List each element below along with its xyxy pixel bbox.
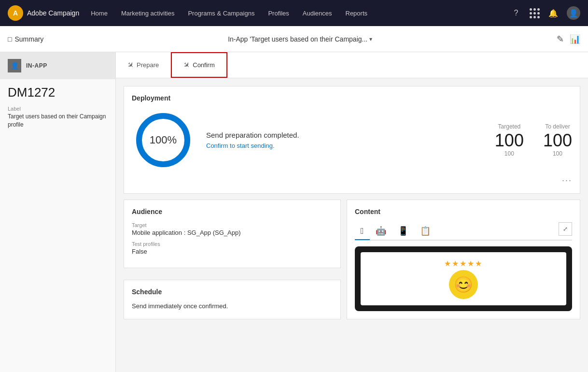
to-deliver-stat: To deliver 100 100 (543, 123, 572, 157)
content-card: Content  🤖 📱 📋 ⤢ ★★★★★ 😊 (347, 200, 580, 319)
deployment-title: Deployment (132, 94, 572, 102)
targeted-label: Targeted (495, 123, 524, 130)
schedule-card: Schedule Send immediately once confirmed… (124, 280, 341, 319)
left-panel: 👤 IN-APP DM1272 Label Target users based… (0, 52, 116, 372)
square-icon: □ (8, 35, 12, 43)
tab-tablet[interactable]: 📋 (414, 223, 436, 240)
edit-icon[interactable]: ✎ (557, 34, 564, 44)
dm-id: DM1272 (0, 79, 115, 102)
schedule-value: Send immediately once confirmed. (132, 302, 333, 310)
prepare-button[interactable]: ✈ Prepare (116, 52, 171, 78)
audience-title: Audience (132, 208, 333, 215)
title-chevron[interactable]: ▾ (369, 36, 372, 43)
adobe-logo: A (8, 5, 23, 21)
content-area: Deployment 100% Send preparation complet… (116, 78, 588, 372)
bell-icon[interactable]: 🔔 (547, 7, 559, 19)
tab-phone[interactable]: 📱 (392, 223, 414, 240)
nav-right: ? 🔔 👤 (510, 6, 580, 20)
prepare-label: Prepare (137, 61, 159, 69)
to-deliver-label: To deliver (543, 123, 572, 130)
target-label: Target (132, 222, 333, 228)
device-preview: ★★★★★ 😊 (355, 246, 572, 311)
nav-profiles[interactable]: Profiles (268, 10, 289, 17)
tab-apple[interactable]:  (355, 223, 370, 240)
device-screen: ★★★★★ 😊 (361, 252, 566, 305)
more-options-button[interactable]: ··· (132, 172, 572, 186)
content-tabs:  🤖 📱 📋 ⤢ (355, 222, 572, 241)
expand-button[interactable]: ⤢ (559, 222, 572, 236)
nav-reports[interactable]: Reports (346, 10, 368, 17)
deployment-text: Send preparation completed. Confirm to s… (206, 131, 483, 149)
deployment-stats: Targeted 100 100 To deliver 100 100 (495, 123, 572, 157)
two-col-section: Audience Target Mobile application : SG_… (124, 200, 580, 325)
target-value: Mobile application : SG_App (SG_App) (132, 229, 333, 236)
tab-android[interactable]: 🤖 (370, 223, 392, 240)
target-field: Target Mobile application : SG_App (SG_A… (132, 222, 333, 236)
donut-percent: 100% (150, 134, 177, 146)
prepared-message: Send preparation completed. (206, 131, 483, 139)
type-icon: 👤 (8, 59, 21, 72)
nav-marketing[interactable]: Marketing activities (121, 10, 175, 17)
confirm-start-link[interactable]: Confirm to start sending. (206, 142, 483, 149)
sub-header: □ Summary In-App 'Target users based on … (0, 26, 588, 52)
summary-label: Summary (14, 35, 43, 43)
label-field-value: Target users based on their Campaign pro… (0, 113, 115, 133)
nav-home[interactable]: Home (91, 10, 108, 17)
schedule-title: Schedule (132, 288, 333, 296)
smiley-icon: 😊 (449, 270, 478, 299)
targeted-stat: Targeted 100 100 (495, 123, 524, 157)
nav-programs[interactable]: Programs & Campaigns (188, 10, 254, 17)
sub-header-right: ✎ 📊 (557, 34, 580, 44)
top-nav: A Adobe Campaign Home Marketing activiti… (0, 0, 588, 26)
confirm-icon: ✈ (181, 59, 192, 71)
main-layout: 👤 IN-APP DM1272 Label Target users based… (0, 52, 588, 372)
help-icon[interactable]: ? (510, 7, 522, 19)
nav-links: Home Marketing activities Programs & Cam… (91, 10, 510, 17)
confirm-label: Confirm (193, 61, 215, 69)
test-profiles-field: Test profiles False (132, 241, 333, 255)
test-profiles-label: Test profiles (132, 241, 333, 247)
prepare-icon: ✈ (125, 59, 136, 71)
user-avatar[interactable]: 👤 (567, 6, 580, 20)
grid-icon[interactable] (530, 8, 540, 18)
chart-icon[interactable]: 📊 (570, 34, 580, 44)
right-content: ✈ Prepare ✈ Confirm Deployment (116, 52, 588, 372)
page-title: In-App 'Target users based on their Camp… (43, 35, 557, 43)
confirm-button[interactable]: ✈ Confirm (171, 52, 227, 78)
label-field-label: Label (0, 102, 115, 113)
nav-audiences[interactable]: Audiences (303, 10, 332, 17)
donut-chart: 100% (132, 109, 195, 172)
summary-button[interactable]: □ Summary (8, 35, 43, 43)
test-profiles-value: False (132, 248, 333, 255)
to-deliver-sub: 100 (543, 150, 572, 157)
toolbar: ✈ Prepare ✈ Confirm (116, 52, 588, 78)
targeted-value: 100 (495, 132, 524, 149)
audience-card: Audience Target Mobile application : SG_… (124, 200, 341, 268)
title-text: In-App 'Target users based on their Camp… (228, 35, 367, 43)
stars-display: ★★★★★ (444, 259, 483, 268)
deployment-inner: 100% Send preparation completed. Confirm… (132, 109, 572, 172)
to-deliver-value: 100 (543, 132, 572, 149)
logo-area[interactable]: A Adobe Campaign (8, 5, 79, 21)
type-badge: 👤 IN-APP (0, 52, 115, 79)
targeted-sub: 100 (495, 150, 524, 157)
app-name: Adobe Campaign (27, 9, 79, 17)
deployment-card: Deployment 100% Send preparation complet… (124, 86, 580, 194)
type-label: IN-APP (26, 62, 47, 69)
content-title: Content (355, 208, 572, 215)
